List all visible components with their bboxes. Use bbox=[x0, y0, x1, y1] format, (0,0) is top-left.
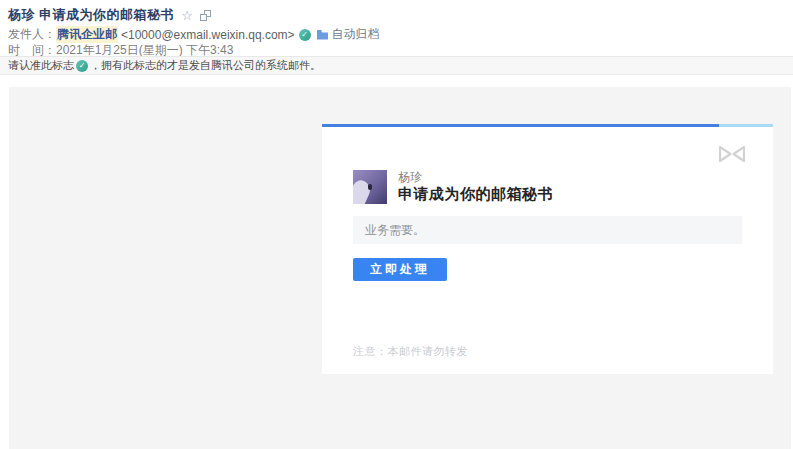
card-sender-name: 杨珍 bbox=[398, 169, 422, 186]
sender-avatar bbox=[353, 170, 387, 204]
card-accent-line-light-segment bbox=[719, 124, 773, 127]
star-icon[interactable]: ☆ bbox=[181, 9, 193, 22]
verified-badge-icon: ✓ bbox=[299, 29, 311, 41]
auto-archive-link[interactable]: 自动归档 bbox=[332, 26, 380, 43]
email-subject: 杨珍 申请成为你的邮箱秘书 bbox=[8, 6, 174, 24]
email-body-background: 杨珍 申请成为你的邮箱秘书 业务需要。 立即处理 注意：本邮件请勿转发 bbox=[9, 87, 791, 449]
message-text: 业务需要。 bbox=[365, 222, 425, 239]
popup-front-square bbox=[200, 14, 207, 21]
archive-folder-icon[interactable] bbox=[316, 29, 329, 40]
avatar-hand-shape bbox=[353, 178, 373, 204]
brand-logo-icon bbox=[717, 144, 747, 164]
from-label: 发件人： bbox=[8, 26, 56, 43]
handle-now-button[interactable]: 立即处理 bbox=[353, 258, 447, 281]
sender-name[interactable]: 腾讯企业邮 bbox=[56, 26, 118, 43]
card-accent-line bbox=[322, 124, 773, 127]
authenticity-notice-bar: 请认准此标志 ✓ ，拥有此标志的才是发自腾讯公司的系统邮件。 bbox=[0, 56, 793, 75]
avatar-detail-shape bbox=[368, 184, 372, 190]
sender-address[interactable]: <10000@exmail.weixin.qq.com> bbox=[121, 28, 295, 42]
footer-note: 注意：本邮件请勿转发 bbox=[353, 344, 468, 359]
message-card: 杨珍 申请成为你的邮箱秘书 业务需要。 立即处理 注意：本邮件请勿转发 bbox=[322, 124, 773, 374]
verified-badge-icon: ✓ bbox=[76, 60, 88, 72]
mail-read-view: 杨珍 申请成为你的邮箱秘书 ☆ 发件人： 腾讯企业邮 <10000@exmail… bbox=[0, 0, 793, 449]
card-title: 申请成为你的邮箱秘书 bbox=[398, 185, 553, 204]
subject-row: 杨珍 申请成为你的邮箱秘书 ☆ bbox=[8, 6, 211, 24]
notice-text-before: 请认准此标志 bbox=[8, 58, 74, 73]
notice-text-after: ，拥有此标志的才是发自腾讯公司的系统邮件。 bbox=[90, 58, 321, 73]
message-box: 业务需要。 bbox=[353, 216, 742, 244]
open-in-new-window-icon[interactable] bbox=[200, 10, 211, 21]
from-row: 发件人： 腾讯企业邮 <10000@exmail.weixin.qq.com> … bbox=[8, 26, 380, 43]
